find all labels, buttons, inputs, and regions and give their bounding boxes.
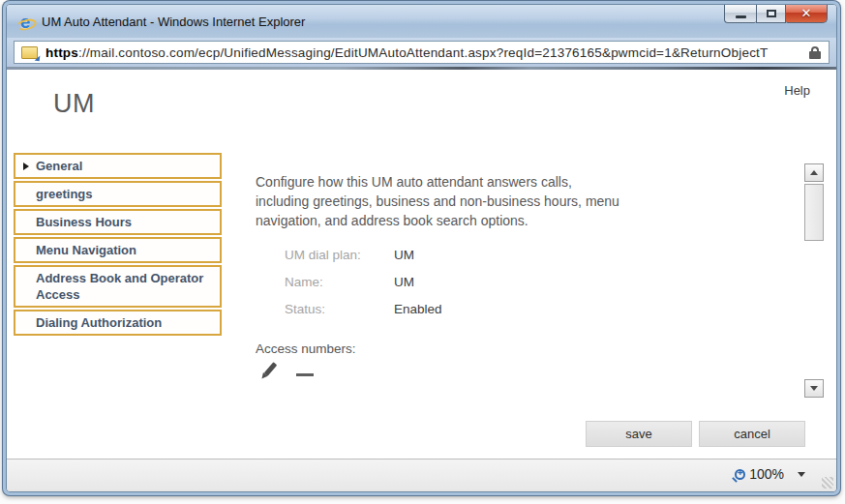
zoom-level: 100%: [749, 466, 784, 482]
sidebar-item-label: Address Book and Operator Access: [36, 271, 203, 302]
save-button[interactable]: save: [586, 421, 692, 447]
address-bar-input[interactable]: https://mail.contoso.com/ecp/UnifiedMess…: [14, 41, 830, 64]
close-icon: ✕: [801, 7, 812, 19]
status-bar: 100%: [7, 459, 836, 491]
minimize-button[interactable]: [724, 4, 756, 23]
sidebar-item-label: greetings: [36, 187, 93, 201]
description-text: Configure how this UM auto attendant ans…: [256, 172, 625, 230]
url-text: https://mail.contoso.com/ecp/UnifiedMess…: [45, 45, 768, 60]
help-link[interactable]: Help: [784, 83, 810, 98]
fields-list: UM dial plan: UM Name: UM Status: Enable…: [285, 248, 442, 329]
window-title: UM Auto Attendant - Windows Internet Exp…: [42, 15, 305, 29]
url-path: ://mail.contoso.com/ecp/UnifiedMessaging…: [78, 45, 768, 60]
minimize-icon: [736, 15, 746, 18]
browser-window: e UM Auto Attendant - Windows Internet E…: [3, 1, 840, 495]
maximize-icon: [767, 10, 776, 17]
sidebar-item-dialing-authorization[interactable]: Dialing Authorization: [14, 310, 222, 336]
sidebar-item-general[interactable]: General: [14, 153, 222, 179]
sidebar-item-menu-navigation[interactable]: Menu Navigation: [14, 237, 222, 263]
field-row: UM dial plan: UM: [285, 248, 442, 264]
zoom-control[interactable]: 100%: [735, 466, 805, 482]
field-value: UM: [394, 248, 414, 264]
field-row: Status: Enabled: [285, 302, 442, 318]
arrow-up-icon: [810, 170, 818, 175]
url-protocol: https: [45, 45, 78, 60]
sidebar-item-label: Menu Navigation: [36, 243, 136, 257]
address-bar-row: https://mail.contoso.com/ecp/UnifiedMess…: [7, 38, 836, 67]
sidebar-item-label: General: [36, 159, 82, 173]
maximize-button[interactable]: [756, 4, 786, 23]
zoom-dropdown-arrow-icon[interactable]: [798, 472, 805, 477]
sidebar-nav: General greetings Business Hours Menu Na…: [14, 153, 222, 338]
scrollbar-down-button[interactable]: [804, 379, 824, 398]
page-icon: [21, 46, 38, 59]
access-numbers-label: Access numbers:: [256, 341, 356, 356]
page-title: UM: [53, 89, 95, 119]
zoom-magnifier-icon: [735, 469, 745, 480]
remove-minus-icon[interactable]: [296, 373, 314, 376]
field-value: Enabled: [394, 302, 442, 318]
window-controls: ✕: [724, 4, 828, 23]
sidebar-item-address-book-operator-access[interactable]: Address Book and Operator Access: [14, 265, 222, 308]
field-label: UM dial plan:: [285, 248, 394, 264]
sidebar-item-label: Dialing Authorization: [36, 315, 162, 330]
lock-icon: [808, 46, 822, 59]
selected-arrow-icon: [23, 163, 29, 170]
scrollbar-thumb[interactable]: [804, 184, 824, 241]
close-button[interactable]: ✕: [786, 4, 828, 23]
field-label: Name:: [285, 275, 394, 291]
title-bar[interactable]: e UM Auto Attendant - Windows Internet E…: [7, 5, 836, 38]
window-frame: e UM Auto Attendant - Windows Internet E…: [6, 4, 837, 492]
field-row: Name: UM: [285, 275, 442, 291]
scrollbar-up-button[interactable]: [804, 163, 824, 182]
arrow-down-icon: [810, 386, 818, 391]
cancel-button[interactable]: cancel: [699, 421, 805, 447]
field-label: Status:: [285, 302, 394, 318]
sidebar-item-greetings[interactable]: greetings: [14, 181, 222, 207]
edit-pencil-icon[interactable]: [260, 361, 280, 382]
resize-grip[interactable]: [822, 477, 833, 489]
sidebar-item-label: Business Hours: [36, 215, 132, 229]
internet-explorer-icon: e: [15, 12, 35, 31]
field-value: UM: [394, 275, 414, 291]
sidebar-item-business-hours[interactable]: Business Hours: [14, 209, 222, 235]
page-content: Help UM General greetings Business Hours…: [7, 70, 836, 459]
